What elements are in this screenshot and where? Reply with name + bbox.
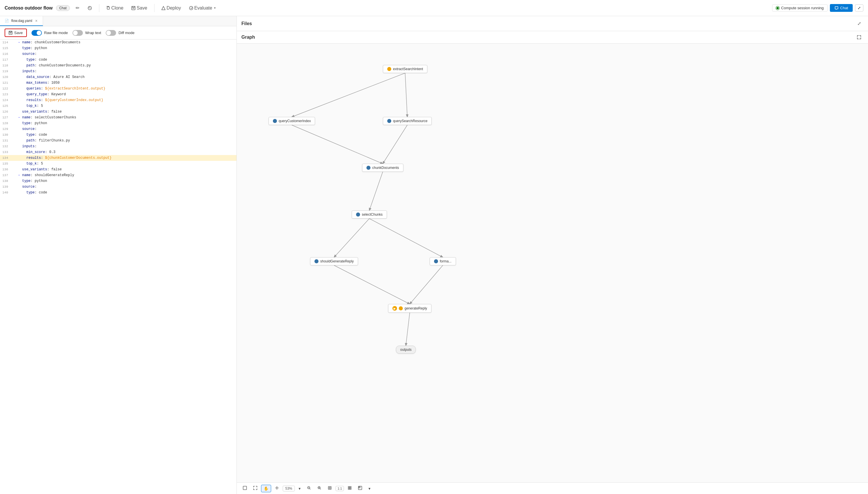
right-panel: Files ⤢ Graph extractSearchIntentqueryCu… bbox=[237, 16, 868, 494]
line-content: results: ${chunkCustomerDocuments.output… bbox=[12, 155, 237, 161]
line-content: path: chunkCustomerDocuments.py bbox=[12, 63, 237, 69]
separator2 bbox=[154, 4, 154, 12]
clone-button[interactable]: Clone bbox=[104, 4, 126, 12]
save-toolbar-button[interactable]: Save bbox=[129, 4, 149, 12]
wrap-text-toggle[interactable] bbox=[73, 30, 83, 36]
zoom-display[interactable]: 53% bbox=[283, 486, 295, 491]
pan-tool-button[interactable]: ✋ bbox=[261, 485, 271, 492]
raw-file-mode-label: Raw file mode bbox=[44, 31, 68, 35]
graph-node-formatOutput[interactable]: forma... bbox=[430, 257, 456, 265]
code-line: 126 use_variants: false bbox=[0, 109, 237, 115]
graph-section: Graph extractSearchIntentqueryCustomerIn… bbox=[237, 31, 868, 494]
fit-view-button[interactable] bbox=[325, 484, 334, 492]
line-number: 115 bbox=[0, 45, 12, 51]
node-label: forma... bbox=[440, 259, 452, 263]
select-tool-button[interactable] bbox=[240, 484, 249, 492]
python-icon bbox=[366, 166, 371, 170]
file-tab-yaml[interactable]: 📄 flow.dag.yaml × bbox=[0, 16, 43, 26]
toolbar-right: Compute session running Chat ⤢ bbox=[772, 4, 863, 12]
layout-button[interactable] bbox=[345, 484, 354, 492]
diff-mode-toggle[interactable] bbox=[106, 30, 116, 36]
evaluate-button[interactable]: Evaluate bbox=[187, 4, 219, 12]
line-content: - name: selectCustomerChunks bbox=[12, 115, 237, 120]
graph-node-extractSearchIntent[interactable]: extractSearchIntent bbox=[383, 65, 427, 73]
line-number: 129 bbox=[0, 126, 12, 132]
line-content: results: ${queryCustomerIndex.output} bbox=[12, 97, 237, 103]
fit-tool-button[interactable] bbox=[251, 484, 260, 492]
zoom-out-button[interactable] bbox=[304, 484, 314, 492]
node-label: shouldGenerateReply bbox=[320, 259, 354, 263]
wrap-text-label: Wrap text bbox=[85, 31, 101, 35]
graph-node-querySearchResource[interactable]: querySearchResource bbox=[383, 117, 432, 125]
files-expand-button[interactable]: ⤢ bbox=[855, 20, 863, 27]
node-label: selectChunks bbox=[362, 212, 383, 216]
chat-badge[interactable]: Chat bbox=[56, 5, 70, 11]
graph-node-outputs[interactable]: outputs bbox=[396, 346, 416, 354]
chat-button[interactable]: Chat bbox=[830, 4, 853, 12]
raw-file-mode-toggle-group: Raw file mode bbox=[32, 30, 68, 36]
code-line: 115 type: python bbox=[0, 45, 237, 51]
history-button[interactable] bbox=[85, 5, 94, 12]
svg-line-5 bbox=[292, 73, 405, 117]
graph-node-shouldGenerateReply[interactable]: shouldGenerateReply bbox=[310, 257, 358, 265]
python-icon bbox=[434, 259, 438, 263]
graph-node-queryCustomerIndex[interactable]: queryCustomerIndex bbox=[268, 117, 315, 125]
svg-line-12 bbox=[334, 265, 410, 304]
deploy-button[interactable]: Deploy bbox=[159, 4, 183, 12]
edit-button[interactable]: ✏ bbox=[73, 4, 82, 12]
code-line: 135 top_k: 5 bbox=[0, 161, 237, 167]
graph-canvas[interactable]: extractSearchIntentqueryCustomerIndexque… bbox=[237, 43, 868, 482]
more-options-button[interactable]: ▾ bbox=[366, 485, 373, 492]
svg-line-7 bbox=[383, 125, 408, 164]
graph-node-chunkDocuments[interactable]: chunkDocuments bbox=[362, 164, 403, 172]
code-line: 127 - name: selectCustomerChunks bbox=[0, 115, 237, 120]
line-number: 138 bbox=[0, 178, 12, 184]
graph-toolbar: ✋ 53% ▾ 1:1 bbox=[237, 482, 868, 494]
svg-line-14 bbox=[406, 313, 410, 346]
svg-line-11 bbox=[369, 218, 443, 257]
graph-node-generateReply[interactable]: ▶generateReply bbox=[388, 304, 431, 313]
python-icon bbox=[315, 259, 319, 263]
code-line: 125 top_k: 5 bbox=[0, 103, 237, 109]
code-line: 128 type: python bbox=[0, 120, 237, 126]
line-number: 136 bbox=[0, 167, 12, 172]
line-content: type: python bbox=[12, 120, 237, 126]
graph-node-selectChunks[interactable]: selectChunks bbox=[352, 210, 387, 218]
graph-expand-button[interactable] bbox=[855, 34, 863, 40]
play-icon: ▶ bbox=[392, 306, 397, 311]
python-icon bbox=[356, 212, 360, 216]
svg-rect-18 bbox=[328, 487, 331, 489]
line-content: min_score: 0.3 bbox=[12, 149, 237, 155]
svg-line-6 bbox=[405, 73, 408, 117]
svg-rect-2 bbox=[132, 6, 135, 10]
close-tab-button[interactable]: × bbox=[35, 18, 38, 23]
code-line: 129 source: bbox=[0, 126, 237, 132]
line-number: 117 bbox=[0, 57, 12, 63]
line-number: 119 bbox=[0, 69, 12, 74]
code-line: 120 data_source: Azure AI Search bbox=[0, 74, 237, 80]
expand-button[interactable]: ⤢ bbox=[855, 4, 863, 12]
node-label: outputs bbox=[400, 348, 412, 352]
line-number: 127 bbox=[0, 115, 12, 120]
chevron-down-icon[interactable]: ▾ bbox=[296, 485, 303, 492]
line-content: use_variants: false bbox=[12, 109, 237, 115]
zoom-in-button[interactable] bbox=[315, 484, 324, 492]
save-editor-button[interactable]: Save bbox=[5, 28, 27, 37]
code-editor[interactable]: 114 - name: chunkCustomerDocuments115 ty… bbox=[0, 40, 237, 494]
line-content: type: code bbox=[12, 190, 237, 195]
code-line: 134 results: ${chunkCustomerDocuments.ou… bbox=[0, 155, 237, 161]
line-content: - name: chunkCustomerDocuments bbox=[12, 40, 237, 45]
line-number: 140 bbox=[0, 190, 12, 195]
minimap-button[interactable] bbox=[356, 484, 365, 492]
raw-file-mode-toggle[interactable] bbox=[32, 30, 42, 36]
reset-view-button[interactable]: 1:1 bbox=[336, 486, 344, 491]
code-line: 124 results: ${queryCustomerIndex.output… bbox=[0, 97, 237, 103]
svg-point-3 bbox=[189, 6, 193, 10]
svg-line-13 bbox=[410, 265, 443, 304]
node-label: extractSearchIntent bbox=[393, 67, 423, 71]
line-number: 131 bbox=[0, 138, 12, 144]
line-content: query_type: Keyword bbox=[12, 92, 237, 97]
line-number: 133 bbox=[0, 149, 12, 155]
line-number: 130 bbox=[0, 132, 12, 138]
node-tool-button[interactable] bbox=[272, 484, 282, 492]
